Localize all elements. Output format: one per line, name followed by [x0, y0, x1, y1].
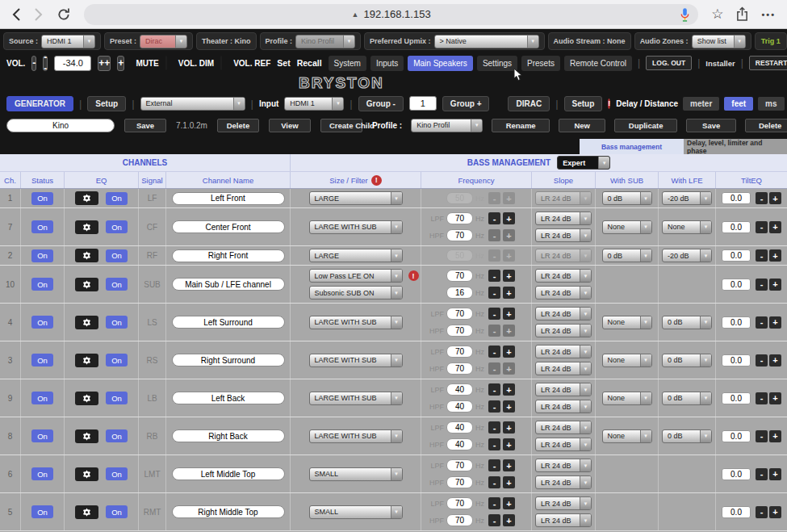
frequency-input[interactable] [446, 497, 473, 509]
frequency-increment-button[interactable]: + [503, 346, 515, 358]
frequency-increment-button[interactable]: + [503, 514, 515, 526]
with-lfe-select[interactable]: 0 dB▼ [662, 316, 712, 329]
status-on-button[interactable]: On [31, 505, 53, 518]
eq-on-button[interactable]: On [106, 249, 128, 262]
frequency-decrement-button[interactable]: - [488, 287, 500, 299]
slope-select[interactable]: LR 24 dB▼ [535, 421, 592, 434]
channel-name-input[interactable] [172, 467, 285, 480]
frequency-input[interactable] [446, 438, 473, 450]
frequency-increment-button[interactable]: + [503, 325, 515, 337]
generator-signal-select[interactable]: External▼ [140, 97, 245, 111]
size-filter-select[interactable]: LARGE WITH SUB▼ [309, 220, 403, 234]
size-filter-select[interactable]: LARGE WITH SUB▼ [309, 429, 403, 443]
eq-on-button[interactable]: On [106, 220, 128, 233]
frequency-decrement-button[interactable]: - [488, 346, 500, 358]
with-sub-select[interactable]: None▼ [602, 392, 652, 405]
tilteq-input[interactable] [722, 192, 751, 204]
frequency-input[interactable] [446, 287, 473, 299]
frequency-increment-button[interactable]: + [503, 249, 515, 262]
status-on-button[interactable]: On [31, 316, 53, 329]
frequency-increment-button[interactable]: + [503, 438, 515, 450]
frequency-decrement-button[interactable]: - [488, 476, 500, 488]
nav-tab-settings[interactable]: Settings [477, 56, 517, 71]
tilteq-input[interactable] [722, 430, 751, 442]
frequency-decrement-button[interactable]: - [488, 308, 500, 320]
frequency-increment-button[interactable]: + [503, 383, 515, 396]
frequency-decrement-button[interactable]: - [488, 325, 500, 337]
profile-select-2[interactable]: Kino Profil▼ [411, 119, 483, 132]
forward-icon[interactable] [34, 7, 44, 22]
with-lfe-select[interactable]: 0 dB▼ [662, 354, 712, 367]
slope-select[interactable]: LR 24 dB▼ [535, 475, 592, 489]
frequency-input[interactable] [446, 400, 473, 413]
frequency-input[interactable] [446, 325, 473, 337]
input-select[interactable]: HDMI 1▼ [284, 97, 344, 111]
address-bar[interactable]: ▲ 192.168.1.153 [84, 4, 698, 25]
frequency-increment-button[interactable]: + [503, 308, 515, 320]
eq-gear-button[interactable] [75, 249, 98, 262]
frequency-increment-button[interactable]: + [503, 400, 515, 413]
frequency-input[interactable] [446, 362, 473, 375]
frequency-increment-button[interactable]: + [503, 421, 515, 434]
tilteq-increment-button[interactable]: + [769, 249, 781, 262]
tilteq-decrement-button[interactable]: - [756, 249, 768, 262]
eq-on-button[interactable]: On [106, 316, 128, 329]
frequency-decrement-button[interactable]: - [488, 229, 500, 241]
profile-save-button[interactable]: Save [686, 119, 736, 132]
vol-dim-on[interactable]: ON [221, 57, 222, 69]
slope-select[interactable]: LR 24 dB▼ [535, 438, 592, 451]
tilteq-increment-button[interactable]: + [769, 430, 781, 442]
eq-on-button[interactable]: On [106, 392, 128, 404]
frequency-increment-button[interactable]: + [503, 476, 515, 488]
eq-gear-button[interactable] [75, 316, 98, 329]
slope-select[interactable]: LR 24 dB▼ [535, 286, 592, 300]
group-minus-button[interactable]: Group - [358, 96, 404, 111]
frequency-increment-button[interactable]: + [503, 459, 515, 471]
tilteq-input[interactable] [722, 316, 751, 329]
tilteq-decrement-button[interactable]: - [756, 192, 768, 204]
status-on-button[interactable]: On [31, 467, 53, 480]
frequency-increment-button[interactable]: + [503, 229, 515, 241]
nav-tab-remote-control[interactable]: Remote Control [564, 56, 632, 71]
frequency-increment-button[interactable]: + [503, 497, 515, 509]
profile-new-button[interactable]: New [559, 119, 605, 132]
profile-rename-button[interactable]: Rename [492, 119, 550, 132]
mute-on[interactable]: ON [166, 57, 167, 69]
eq-gear-button[interactable] [75, 354, 98, 367]
with-sub-select[interactable]: None▼ [602, 354, 652, 367]
size-filter-select[interactable]: LARGE WITH SUB▼ [309, 354, 403, 367]
frequency-decrement-button[interactable]: - [488, 362, 500, 375]
size-filter-select[interactable]: SMALL▼ [309, 505, 403, 519]
back-icon[interactable] [11, 7, 21, 22]
status-on-button[interactable]: On [31, 354, 53, 367]
logout-button[interactable]: LOG. OUT [646, 56, 692, 70]
eq-gear-button[interactable] [75, 429, 98, 443]
bookmark-star-icon[interactable]: ☆ [711, 6, 723, 23]
eq-gear-button[interactable] [75, 392, 98, 405]
theater-name-input[interactable] [6, 119, 115, 132]
channel-name-input[interactable] [172, 505, 285, 518]
size-filter-select[interactable]: LARGE▼ [309, 249, 403, 262]
frequency-increment-button[interactable]: + [503, 212, 515, 224]
volume-input[interactable] [54, 56, 91, 71]
channel-name-input[interactable] [172, 220, 285, 233]
profile-select[interactable]: Kino Profil▼ [295, 35, 355, 48]
installer-button[interactable]: Installer [705, 59, 735, 68]
frequency-input[interactable] [446, 308, 473, 320]
volume-down-button[interactable]: - [31, 56, 36, 71]
generator-setup-button[interactable]: Setup [87, 96, 126, 111]
channel-name-input[interactable] [172, 429, 285, 442]
channel-name-input[interactable] [172, 249, 285, 262]
volume-up-fast-button[interactable]: ++ [98, 56, 111, 71]
size-filter-select[interactable]: Low Pass LFE ON▼ [309, 269, 403, 283]
status-on-button[interactable]: On [31, 278, 53, 291]
vol-ref-set-button[interactable]: Set [277, 58, 290, 68]
with-lfe-select[interactable]: None▼ [662, 220, 712, 234]
eq-gear-button[interactable] [75, 278, 98, 291]
frequency-increment-button[interactable]: + [503, 362, 515, 375]
preset-select[interactable]: Dirac▼ [140, 35, 187, 48]
tilteq-input[interactable] [722, 506, 751, 518]
tilteq-increment-button[interactable]: + [769, 468, 781, 480]
with-lfe-select[interactable]: -20 dB▼ [662, 249, 712, 262]
tilteq-input[interactable] [722, 249, 751, 262]
